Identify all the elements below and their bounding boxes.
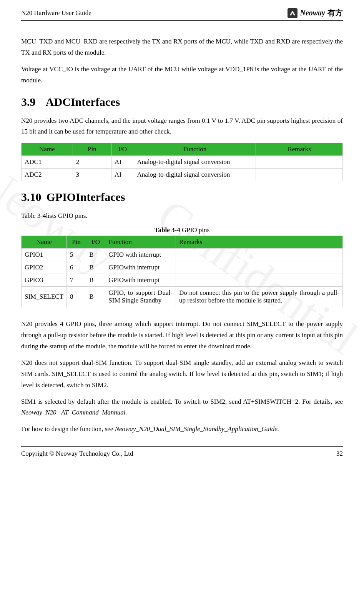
paragraph: MCU_TXD and MCU_RXD are respectively the… xyxy=(21,36,343,58)
th-name: Name xyxy=(22,143,73,156)
cell-pin: 8 xyxy=(67,287,86,307)
cell-rem xyxy=(176,249,343,261)
cell-name: SIM_SELECT xyxy=(22,287,67,307)
page-header: N20 Hardware User Guide Neoway 有方 xyxy=(21,8,343,21)
th-rem: Remarks xyxy=(176,236,343,249)
section-number: 3.10 xyxy=(21,191,43,204)
cell-func: Analog-to-digital signal conversion xyxy=(134,169,256,181)
section-title: GPIOInterfaces xyxy=(47,191,125,203)
paragraph: Voltage at VCC_IO is the voltage at the … xyxy=(21,64,343,86)
cell-func: GPIO, to support Dual-SIM Single Standby xyxy=(105,287,176,307)
paragraph: For how to design the function, see Neow… xyxy=(21,424,343,435)
th-pin: Pin xyxy=(67,236,86,249)
cell-func: GPIOwith interrupt xyxy=(105,274,176,287)
logo-icon xyxy=(288,8,298,18)
cell-name: GPIO1 xyxy=(22,249,67,261)
section-heading-3-10: 3.10 GPIOInterfaces xyxy=(21,191,343,204)
adc-table: Name Pin I/O Function Remarks ADC1 2 AI … xyxy=(21,143,343,181)
th-pin: Pin xyxy=(73,143,111,156)
text: For how to design the function, see xyxy=(21,425,115,433)
section-heading-3-9: 3.9 ADCInterfaces xyxy=(21,95,343,109)
cell-rem xyxy=(176,274,343,287)
cell-rem xyxy=(176,261,343,274)
section-number: 3.9 xyxy=(21,95,43,109)
cell-io: AI xyxy=(111,169,134,181)
cell-io: B xyxy=(86,249,105,261)
cell-pin: 7 xyxy=(67,274,86,287)
gpio-table: Name Pin I/O Function Remarks GPIO1 5 B … xyxy=(21,236,343,307)
paragraph: N20 does not support dual-SIM function. … xyxy=(21,358,343,391)
th-name: Name xyxy=(22,236,67,249)
cell-io: B xyxy=(86,287,105,307)
table-row: GPIO3 7 B GPIOwith interrupt xyxy=(22,274,343,287)
cell-io: B xyxy=(86,274,105,287)
cell-pin: 6 xyxy=(67,261,86,274)
th-rem: Remarks xyxy=(256,143,343,156)
cell-pin: 2 xyxy=(73,156,111,169)
footer-copyright: Copyright © Neoway Technology Co., Ltd xyxy=(21,450,133,458)
reference-italic: Neoway_N20_ AT_Command_Mannual. xyxy=(21,409,127,416)
caption-rest: GPIO pins xyxy=(180,226,210,234)
th-io: I/O xyxy=(111,143,134,156)
cell-rem xyxy=(256,169,343,181)
logo: Neoway 有方 xyxy=(288,8,343,18)
table-row: ADC1 2 AI Analog-to-digital signal conve… xyxy=(22,156,343,169)
cell-name: GPIO3 xyxy=(22,274,67,287)
cell-io: B xyxy=(86,261,105,274)
page-footer: Copyright © Neoway Technology Co., Ltd 3… xyxy=(21,446,343,458)
cell-pin: 5 xyxy=(67,249,86,261)
th-func: Function xyxy=(134,143,256,156)
th-io: I/O xyxy=(86,236,105,249)
cell-name: GPIO2 xyxy=(22,261,67,274)
section-title: ADCInterfaces xyxy=(46,95,120,108)
table-row: GPIO2 6 B GPIOwith interrupt xyxy=(22,261,343,274)
cell-pin: 3 xyxy=(73,169,111,181)
th-func: Function xyxy=(105,236,176,249)
paragraph: SIM1 is selected by default after the mo… xyxy=(21,396,343,419)
table-row: ADC2 3 AI Analog-to-digital signal conve… xyxy=(22,169,343,181)
cell-func: GPIOwith interrupt xyxy=(105,261,176,274)
paragraph: N20 provides two ADC channels, and the i… xyxy=(21,115,343,138)
paragraph: Table 3-4lists GPIO pins. xyxy=(21,211,343,222)
table-row: SIM_SELECT 8 B GPIO, to support Dual-SIM… xyxy=(22,287,343,307)
table-row: GPIO1 5 B GPIO with interrupt xyxy=(22,249,343,261)
reference-italic: Neoway_N20_Dual_SIM_Single_Standby_Appli… xyxy=(115,425,279,433)
paragraph: N20 provides 4 GPIO pins, three among wh… xyxy=(21,319,343,352)
cell-name: ADC1 xyxy=(22,156,73,169)
cell-rem xyxy=(256,156,343,169)
cell-name: ADC2 xyxy=(22,169,73,181)
logo-cn: 有方 xyxy=(327,8,343,18)
cell-io: AI xyxy=(111,156,134,169)
table-caption: Table 3-4 GPIO pins xyxy=(21,226,343,234)
cell-func: Analog-to-digital signal conversion xyxy=(134,156,256,169)
cell-func: GPIO with interrupt xyxy=(105,249,176,261)
text: SIM1 is selected by default after the mo… xyxy=(21,398,343,405)
logo-text: Neoway xyxy=(300,8,325,17)
header-title: N20 Hardware User Guide xyxy=(21,9,91,17)
caption-bold: Table 3-4 xyxy=(155,226,180,234)
cell-rem: Do not connect this pin to the power sup… xyxy=(176,287,343,307)
footer-page-number: 32 xyxy=(336,450,343,458)
